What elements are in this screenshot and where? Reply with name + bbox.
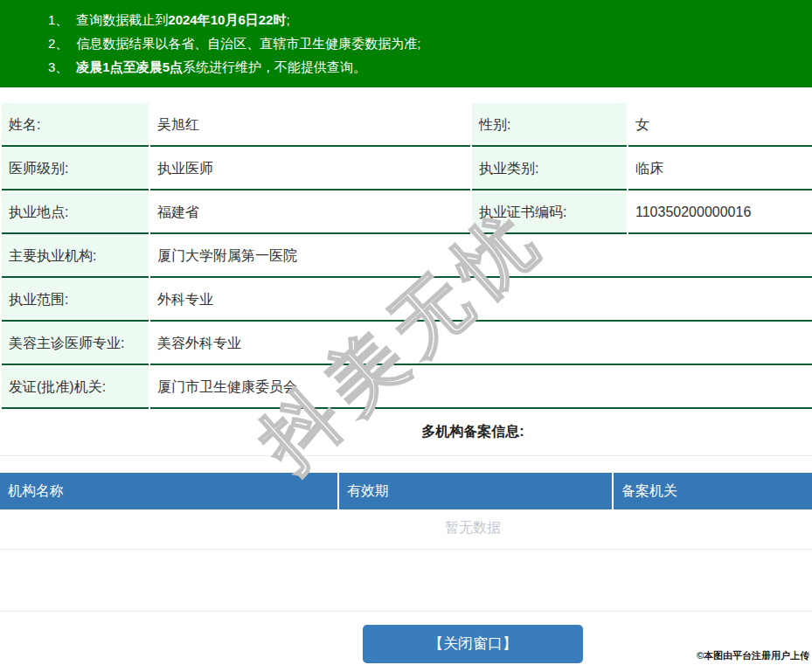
notice-line-3: 3、凌晨1点至凌晨5点系统进行维护，不能提供查询。 — [0, 55, 812, 79]
notice-text-bold: 凌晨1点至凌晨5点 — [76, 59, 183, 74]
practitioner-info-table: 姓名: 吴旭红 性别: 女 医师级别: 执业医师 执业类别: 临床 执业地点: … — [0, 103, 812, 409]
field-label-cosmetic-specialty: 美容主诊医师专业: — [2, 322, 149, 365]
table-row: 执业地点: 福建省 执业证书编码: 110350200000016 — [2, 190, 812, 234]
notice-number: 1、 — [48, 8, 68, 31]
table-row: 执业范围: 外科专业 — [2, 278, 812, 322]
empty-state-text: 暂无数据 — [0, 509, 812, 550]
field-label-gender: 性别: — [472, 103, 627, 147]
field-value-name: 吴旭红 — [150, 103, 470, 147]
section-title-multi-institution: 多机构备案信息: — [0, 423, 812, 441]
multi-institution-table: 机构名称 有效期 备案机关 暂无数据 — [0, 473, 812, 550]
notice-text: 信息数据结果以各省、自治区、直辖市卫生健康委数据为准; — [76, 36, 420, 51]
table-row: 姓名: 吴旭红 性别: 女 — [2, 103, 812, 147]
field-label-doctor-level: 医师级别: — [2, 147, 149, 190]
field-label-practice-category: 执业类别: — [472, 147, 627, 190]
notice-text: 查询数据截止到 — [76, 12, 168, 27]
divider — [0, 611, 812, 612]
column-header-validity-period: 有效期 — [338, 473, 613, 509]
field-value-cosmetic-specialty: 美容外科专业 — [150, 322, 812, 365]
table-empty-row: 暂无数据 — [0, 509, 812, 550]
close-window-button[interactable]: 【关闭窗口】 — [363, 625, 583, 663]
table-row: 主要执业机构: 厦门大学附属第一医院 — [2, 234, 812, 278]
column-header-institution-name: 机构名称 — [0, 473, 338, 509]
field-label-practice-scope: 执业范围: — [2, 278, 149, 322]
field-value-certificate-no: 110350200000016 — [628, 190, 812, 234]
notice-text-bold: 2024年10月6日22时 — [168, 12, 286, 27]
column-header-filing-authority: 备案机关 — [613, 473, 812, 509]
table-row: 发证(批准)机关: 厦门市卫生健康委员会 — [2, 365, 812, 409]
field-label-main-institution: 主要执业机构: — [2, 234, 149, 278]
field-value-main-institution: 厦门大学附属第一医院 — [150, 234, 812, 278]
page: 1、查询数据截止到2024年10月6日22时; 2、信息数据结果以各省、自治区、… — [0, 0, 812, 663]
field-label-practice-location: 执业地点: — [2, 190, 149, 234]
table-row: 美容主诊医师专业: 美容外科专业 — [2, 322, 812, 365]
copyright-text: ©本图由平台注册用户上传 — [697, 649, 809, 662]
notice-line-2: 2、信息数据结果以各省、自治区、直辖市卫生健康委数据为准; — [0, 31, 812, 55]
field-value-gender: 女 — [628, 103, 812, 147]
divider — [0, 455, 812, 456]
button-row: 【关闭窗口】 — [0, 625, 812, 663]
field-label-name: 姓名: — [2, 103, 149, 147]
notice-number: 3、 — [48, 55, 68, 79]
table-header-row: 机构名称 有效期 备案机关 — [0, 473, 812, 509]
notice-line-1: 1、查询数据截止到2024年10月6日22时; — [0, 8, 812, 31]
field-value-practice-location: 福建省 — [150, 190, 470, 234]
field-label-certificate-no: 执业证书编码: — [472, 190, 627, 234]
notice-text: ; — [286, 12, 289, 27]
field-label-issuing-authority: 发证(批准)机关: — [2, 365, 149, 409]
field-value-issuing-authority: 厦门市卫生健康委员会 — [150, 365, 812, 409]
table-row: 医师级别: 执业医师 执业类别: 临床 — [2, 147, 812, 190]
field-value-practice-scope: 外科专业 — [150, 278, 812, 322]
notice-banner: 1、查询数据截止到2024年10月6日22时; 2、信息数据结果以各省、自治区、… — [0, 0, 812, 87]
field-value-practice-category: 临床 — [628, 147, 812, 190]
field-value-doctor-level: 执业医师 — [150, 147, 470, 190]
notice-text: 系统进行维护，不能提供查询。 — [183, 59, 366, 74]
notice-number: 2、 — [48, 31, 68, 55]
